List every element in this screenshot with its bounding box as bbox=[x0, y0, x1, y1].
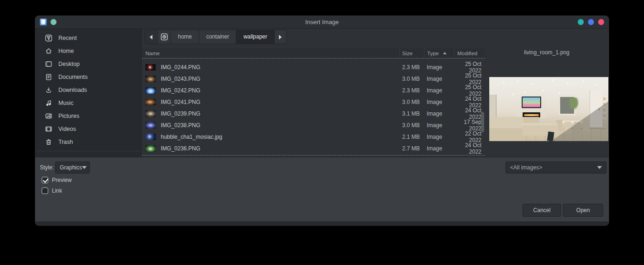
breadcrumb-segment-wallpaper[interactable]: wallpaper bbox=[236, 30, 274, 44]
file-row[interactable]: IMG_0236.PNG 2.7 MB Image 24 Oct 2022 bbox=[142, 142, 485, 154]
desktop-icon bbox=[45, 60, 52, 68]
link-checkbox-label: Link bbox=[52, 187, 62, 194]
link-checkbox[interactable] bbox=[42, 187, 48, 194]
file-row[interactable]: IMG_0238.PNG 3.0 MB Image 17 Sep 2022 bbox=[142, 119, 485, 131]
close-button[interactable] bbox=[598, 19, 604, 25]
link-checkbox-row[interactable]: Link bbox=[42, 187, 62, 194]
file-thumbnail bbox=[145, 145, 156, 152]
sidebar-item-label: Trash bbox=[58, 139, 73, 145]
file-row[interactable]: IMG_0241.PNG 3.0 MB Image 24 Oct 2022 bbox=[142, 96, 485, 108]
sidebar-item-label: Videos bbox=[58, 126, 76, 132]
pictures-icon bbox=[45, 112, 52, 120]
preview-panel: living_room_1.png bbox=[485, 29, 609, 157]
preview-checkbox-label: Preview bbox=[52, 177, 72, 183]
sidebar-item-desktop[interactable]: Desktop bbox=[35, 58, 141, 71]
sidebar-item-downloads[interactable]: Downloads bbox=[35, 84, 141, 97]
maximize-button[interactable] bbox=[588, 19, 594, 25]
column-header-size[interactable]: Size bbox=[399, 48, 424, 58]
style-label: Style: bbox=[40, 164, 54, 171]
trash-icon bbox=[45, 138, 52, 146]
sidebar-item-documents[interactable]: Documents bbox=[35, 71, 141, 84]
file-thumbnail bbox=[145, 99, 156, 105]
file-thumbnail bbox=[145, 87, 156, 94]
sidebar-item-pictures[interactable]: Pictures bbox=[35, 110, 141, 123]
sidebar-item-label: Home bbox=[58, 48, 74, 54]
back-button[interactable] bbox=[145, 30, 158, 44]
forward-button[interactable] bbox=[275, 30, 286, 44]
minimize-button[interactable] bbox=[578, 19, 584, 25]
column-header-name[interactable]: Name bbox=[142, 51, 399, 56]
file-row[interactable]: IMG_0243.PNG 3.0 MB Image 25 Oct 2022 bbox=[142, 73, 485, 84]
file-thumbnail bbox=[145, 122, 156, 129]
breadcrumb-segment-container[interactable]: container bbox=[199, 30, 236, 44]
music-icon bbox=[45, 99, 52, 107]
preview-checkbox-row[interactable]: Preview bbox=[42, 176, 72, 184]
list-scrollbar[interactable] bbox=[481, 112, 484, 132]
file-thumbnail bbox=[145, 64, 156, 71]
dialog-bottom-strip bbox=[35, 221, 609, 226]
forward-arrow-icon bbox=[279, 35, 282, 39]
sort-ascending-icon bbox=[443, 52, 447, 54]
sidebar-item-label: Documents bbox=[58, 74, 88, 80]
open-button[interactable]: Open bbox=[563, 204, 603, 217]
chevron-down-icon bbox=[82, 166, 87, 169]
list-column-headers: Name Size Type Modified bbox=[142, 48, 485, 58]
sidebar-item-home[interactable]: Home bbox=[35, 45, 141, 58]
sidebar-item-music[interactable]: Music bbox=[35, 97, 141, 110]
sidebar-item-recent[interactable]: Recent bbox=[35, 32, 141, 45]
style-dropdown[interactable]: Graphics bbox=[55, 162, 90, 174]
breadcrumb-segment-home[interactable]: home bbox=[171, 30, 199, 44]
home-icon bbox=[45, 47, 52, 55]
title-bar[interactable]: Insert Image bbox=[35, 16, 609, 29]
back-arrow-icon bbox=[150, 35, 152, 39]
filesystem-root-button[interactable] bbox=[158, 30, 171, 44]
videos-icon bbox=[45, 125, 52, 133]
sidebar-item-videos[interactable]: Videos bbox=[35, 123, 141, 136]
file-list: IMG_0244.PNG 2.3 MB Image 25 Oct 2022 IM… bbox=[142, 61, 485, 154]
documents-icon bbox=[45, 73, 52, 81]
places-sidebar: Recent Home Desktop Documents bbox=[35, 29, 142, 157]
downloads-icon bbox=[45, 86, 52, 94]
sidebar-item-trash[interactable]: Trash bbox=[35, 136, 141, 149]
column-header-modified[interactable]: Modified bbox=[454, 48, 485, 58]
column-header-type[interactable]: Type bbox=[424, 48, 454, 58]
file-thumbnail bbox=[145, 76, 156, 82]
path-bar: home container wallpaper bbox=[145, 30, 287, 44]
file-browser: home container wallpaper Name Size Type … bbox=[142, 29, 485, 157]
app-icon bbox=[40, 19, 47, 26]
preview-image bbox=[489, 77, 608, 141]
sidebar-item-tmp[interactable]: tmp bbox=[35, 153, 141, 157]
preview-filename: living_room_1.png bbox=[485, 49, 609, 56]
list-bottom-boundary bbox=[142, 155, 485, 155]
cancel-button[interactable]: Cancel bbox=[523, 204, 561, 217]
file-thumbnail bbox=[145, 110, 156, 117]
file-row[interactable]: IMG_0239.PNG 3.1 MB Image 24 Oct 2022 bbox=[142, 108, 485, 119]
sidebar-item-label: Desktop bbox=[58, 61, 80, 67]
file-row[interactable]: hubble_cha1_mosiac.jpg 2.1 MB Image 22 O… bbox=[142, 131, 485, 142]
file-thumbnail bbox=[145, 134, 156, 140]
sidebar-separator bbox=[35, 151, 141, 151]
recent-icon bbox=[45, 34, 52, 42]
window-title: Insert Image bbox=[35, 19, 609, 26]
sidebar-item-label: Recent bbox=[58, 35, 77, 41]
dialog-footer: Style: Graphics Preview Link <All images… bbox=[35, 157, 609, 226]
disk-icon bbox=[160, 33, 168, 41]
window-menu-dot[interactable] bbox=[51, 19, 57, 25]
file-type-filter-dropdown[interactable]: <All images> bbox=[505, 162, 606, 174]
chevron-down-icon bbox=[597, 166, 602, 169]
insert-image-dialog: Insert Image Recent Home bbox=[35, 15, 609, 226]
sidebar-item-label: Pictures bbox=[58, 113, 79, 119]
file-row[interactable]: IMG_0242.PNG 2.3 MB Image 25 Oct 2022 bbox=[142, 84, 485, 96]
preview-checkbox[interactable] bbox=[42, 177, 48, 183]
sidebar-item-label: Downloads bbox=[58, 87, 87, 93]
sidebar-item-label: Music bbox=[58, 100, 74, 106]
file-row[interactable]: IMG_0244.PNG 2.3 MB Image 25 Oct 2022 bbox=[142, 61, 485, 73]
